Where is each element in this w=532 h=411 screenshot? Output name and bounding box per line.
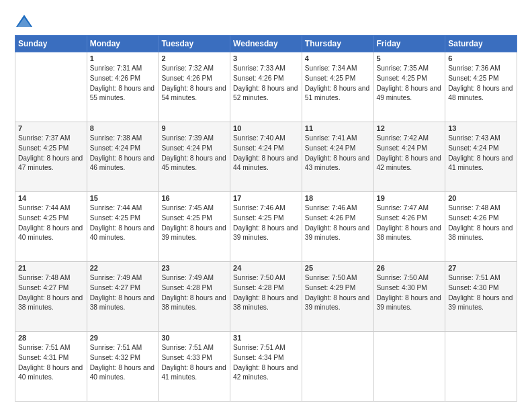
calendar-cell: 18Sunrise: 7:46 AMSunset: 4:26 PMDayligh…: [302, 192, 373, 262]
sunrise-text: Sunrise: 7:35 AM: [377, 64, 429, 72]
day-info: Sunrise: 7:47 AMSunset: 4:26 PMDaylight:…: [377, 203, 443, 243]
day-info: Sunrise: 7:50 AMSunset: 4:28 PMDaylight:…: [233, 273, 299, 313]
calendar-week-row: 21Sunrise: 7:48 AMSunset: 4:27 PMDayligh…: [15, 262, 517, 332]
calendar-cell: 17Sunrise: 7:46 AMSunset: 4:25 PMDayligh…: [230, 192, 302, 262]
day-info: Sunrise: 7:49 AMSunset: 4:27 PMDaylight:…: [90, 273, 156, 313]
day-number: 16: [161, 194, 227, 202]
day-number: 6: [448, 54, 514, 62]
calendar-week-row: 28Sunrise: 7:51 AMSunset: 4:31 PMDayligh…: [15, 332, 517, 402]
sunset-text: Sunset: 4:26 PM: [377, 214, 427, 222]
daylight-text: Daylight: 8 hours and 45 minutes.: [161, 154, 226, 172]
daylight-text: Daylight: 8 hours and 39 minutes.: [161, 224, 226, 242]
sunset-text: Sunset: 4:25 PM: [161, 214, 212, 222]
daylight-text: Daylight: 8 hours and 38 minutes.: [161, 294, 226, 312]
sunrise-text: Sunrise: 7:38 AM: [90, 134, 142, 142]
sunset-text: Sunset: 4:25 PM: [18, 144, 69, 152]
daylight-text: Daylight: 8 hours and 41 minutes.: [161, 364, 226, 381]
day-number: 8: [90, 124, 156, 132]
sunrise-text: Sunrise: 7:47 AM: [377, 204, 429, 212]
sunset-text: Sunset: 4:26 PM: [161, 75, 212, 82]
daylight-text: Daylight: 8 hours and 38 minutes.: [448, 224, 513, 242]
day-number: 2: [161, 54, 227, 62]
day-number: 1: [90, 54, 156, 62]
daylight-text: Daylight: 8 hours and 42 minutes.: [377, 154, 441, 172]
daylight-text: Daylight: 8 hours and 49 minutes.: [377, 85, 441, 102]
logo-icon: [15, 12, 34, 31]
sunrise-text: Sunrise: 7:43 AM: [448, 134, 500, 142]
sunset-text: Sunset: 4:31 PM: [18, 354, 69, 361]
day-number: 13: [448, 124, 514, 132]
calendar-cell: 25Sunrise: 7:50 AMSunset: 4:29 PMDayligh…: [302, 262, 373, 332]
sunrise-text: Sunrise: 7:34 AM: [305, 64, 357, 72]
calendar-cell: 16Sunrise: 7:45 AMSunset: 4:25 PMDayligh…: [159, 192, 230, 262]
weekday-header: Friday: [373, 36, 445, 52]
day-number: 10: [233, 124, 299, 132]
daylight-text: Daylight: 8 hours and 39 minutes.: [448, 294, 513, 312]
day-number: 17: [233, 194, 299, 202]
daylight-text: Daylight: 8 hours and 42 minutes.: [233, 364, 298, 381]
calendar-cell: 27Sunrise: 7:51 AMSunset: 4:30 PMDayligh…: [445, 262, 517, 332]
sunset-text: Sunset: 4:26 PM: [233, 75, 283, 82]
sunset-text: Sunset: 4:27 PM: [18, 284, 69, 291]
day-number: 30: [161, 334, 227, 342]
daylight-text: Daylight: 8 hours and 39 minutes.: [305, 294, 369, 312]
sunset-text: Sunset: 4:25 PM: [377, 75, 427, 82]
sunrise-text: Sunrise: 7:39 AM: [161, 134, 214, 142]
sunrise-text: Sunrise: 7:32 AM: [161, 64, 214, 72]
day-info: Sunrise: 7:39 AMSunset: 4:24 PMDaylight:…: [161, 134, 227, 173]
daylight-text: Daylight: 8 hours and 40 minutes.: [90, 364, 154, 381]
day-info: Sunrise: 7:48 AMSunset: 4:27 PMDaylight:…: [18, 273, 84, 313]
daylight-text: Daylight: 8 hours and 40 minutes.: [90, 224, 154, 242]
daylight-text: Daylight: 8 hours and 44 minutes.: [233, 154, 298, 172]
calendar-cell: 22Sunrise: 7:49 AMSunset: 4:27 PMDayligh…: [87, 262, 159, 332]
day-info: Sunrise: 7:44 AMSunset: 4:25 PMDaylight:…: [18, 203, 84, 243]
day-info: Sunrise: 7:33 AMSunset: 4:26 PMDaylight:…: [233, 64, 299, 103]
day-number: 24: [233, 264, 299, 272]
weekday-header: Tuesday: [159, 36, 230, 52]
calendar-cell: 31Sunrise: 7:51 AMSunset: 4:34 PMDayligh…: [230, 332, 302, 402]
day-number: 15: [90, 194, 156, 202]
daylight-text: Daylight: 8 hours and 41 minutes.: [448, 154, 513, 172]
page: SundayMondayTuesdayWednesdayThursdayFrid…: [0, 0, 532, 411]
calendar-cell: 6Sunrise: 7:36 AMSunset: 4:25 PMDaylight…: [445, 52, 517, 122]
daylight-text: Daylight: 8 hours and 47 minutes.: [18, 154, 83, 172]
sunset-text: Sunset: 4:25 PM: [448, 75, 498, 82]
sunrise-text: Sunrise: 7:51 AM: [18, 344, 71, 351]
sunrise-text: Sunrise: 7:48 AM: [448, 204, 500, 212]
daylight-text: Daylight: 8 hours and 40 minutes.: [18, 224, 83, 242]
sunrise-text: Sunrise: 7:50 AM: [305, 274, 357, 281]
weekday-header: Thursday: [302, 36, 373, 52]
calendar-cell: 12Sunrise: 7:42 AMSunset: 4:24 PMDayligh…: [373, 122, 445, 192]
calendar-cell: 2Sunrise: 7:32 AMSunset: 4:26 PMDaylight…: [159, 52, 230, 122]
sunrise-text: Sunrise: 7:51 AM: [233, 344, 285, 351]
sunset-text: Sunset: 4:27 PM: [90, 284, 140, 291]
sunset-text: Sunset: 4:24 PM: [377, 144, 427, 152]
day-info: Sunrise: 7:41 AMSunset: 4:24 PMDaylight:…: [305, 134, 371, 173]
day-number: 14: [18, 194, 84, 202]
day-info: Sunrise: 7:50 AMSunset: 4:29 PMDaylight:…: [305, 273, 371, 313]
day-info: Sunrise: 7:49 AMSunset: 4:28 PMDaylight:…: [161, 273, 227, 313]
calendar-cell: 1Sunrise: 7:31 AMSunset: 4:26 PMDaylight…: [87, 52, 159, 122]
sunset-text: Sunset: 4:25 PM: [18, 214, 69, 222]
daylight-text: Daylight: 8 hours and 39 minutes.: [233, 224, 298, 242]
daylight-text: Daylight: 8 hours and 54 minutes.: [161, 85, 226, 102]
sunrise-text: Sunrise: 7:40 AM: [233, 134, 285, 142]
day-info: Sunrise: 7:51 AMSunset: 4:30 PMDaylight:…: [448, 273, 514, 313]
day-info: Sunrise: 7:40 AMSunset: 4:24 PMDaylight:…: [233, 134, 299, 173]
daylight-text: Daylight: 8 hours and 40 minutes.: [18, 364, 83, 381]
daylight-text: Daylight: 8 hours and 51 minutes.: [305, 85, 369, 102]
sunset-text: Sunset: 4:28 PM: [233, 284, 283, 291]
sunrise-text: Sunrise: 7:49 AM: [161, 274, 214, 281]
sunset-text: Sunset: 4:33 PM: [161, 354, 212, 361]
day-number: 12: [377, 124, 443, 132]
sunrise-text: Sunrise: 7:51 AM: [161, 344, 214, 351]
day-number: 27: [448, 264, 514, 272]
day-info: Sunrise: 7:38 AMSunset: 4:24 PMDaylight:…: [90, 134, 156, 173]
sunset-text: Sunset: 4:25 PM: [233, 214, 283, 222]
day-info: Sunrise: 7:46 AMSunset: 4:26 PMDaylight:…: [305, 203, 371, 243]
day-number: 29: [90, 334, 156, 342]
day-info: Sunrise: 7:46 AMSunset: 4:25 PMDaylight:…: [233, 203, 299, 243]
calendar-cell: 30Sunrise: 7:51 AMSunset: 4:33 PMDayligh…: [159, 332, 230, 402]
sunset-text: Sunset: 4:24 PM: [161, 144, 212, 152]
daylight-text: Daylight: 8 hours and 38 minutes.: [377, 224, 441, 242]
